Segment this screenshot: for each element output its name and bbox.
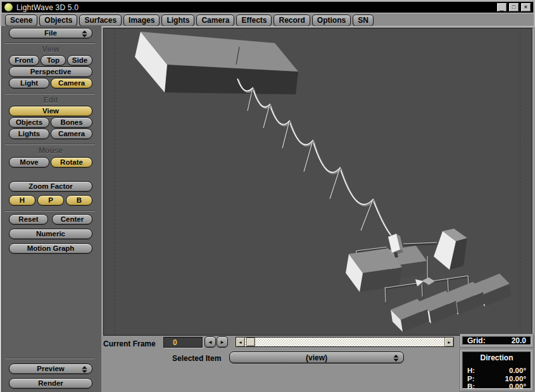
tab-camera[interactable]: Camera (196, 15, 234, 27)
heading-button[interactable]: H (9, 195, 35, 206)
bottom-controls: Current Frame 0 ◄ ► ◄ ► Selected Item (v… (101, 336, 535, 392)
tall-box-object (434, 229, 467, 270)
titlebar[interactable]: LightWave 3D 5.0 ▁ □ × (2, 2, 533, 13)
left-arrow-icon: ◄ (208, 339, 213, 345)
edit-view-button[interactable]: View (9, 106, 92, 117)
left-arrow-icon: ◄ (238, 340, 242, 345)
mouse-section-label: Mouse (0, 146, 101, 155)
tab-lights[interactable]: Lights (161, 15, 194, 27)
tab-scene[interactable]: Scene (5, 15, 37, 27)
divider (5, 358, 95, 359)
tab-effects[interactable]: Effects (236, 15, 272, 27)
bank-button[interactable]: B (66, 195, 92, 206)
viewport-3d-scene (104, 28, 532, 335)
direction-title: Direction (463, 352, 531, 362)
reset-button[interactable]: Reset (9, 214, 48, 225)
numeric-button[interactable]: Numeric (9, 229, 92, 239)
current-frame-input[interactable]: 0 (163, 337, 203, 348)
selected-item-label: Selected Item (172, 354, 221, 363)
mouse-rotate-button[interactable]: Rotate (51, 157, 92, 168)
lightwave-app-icon (4, 3, 13, 11)
slab-object (135, 32, 298, 94)
maximize-button[interactable]: □ (508, 3, 519, 12)
tab-options[interactable]: Options (312, 15, 351, 27)
frame-prev-button[interactable]: ◄ (205, 336, 216, 348)
edit-section-label: Edit (0, 96, 101, 104)
sidebar-edge-line (1, 26, 2, 392)
frame-next-button[interactable]: ► (217, 336, 228, 348)
slider-right-arrow[interactable]: ► (444, 338, 453, 346)
preview-dropdown[interactable]: Preview (9, 364, 92, 374)
divider (5, 42, 95, 44)
frame-slider[interactable]: ◄ ► (236, 337, 454, 347)
tab-objects[interactable]: Objects (39, 15, 77, 27)
pitch-value: 10.00° (505, 375, 526, 383)
window-title: LightWave 3D 5.0 (16, 3, 79, 12)
tool-sidebar: File View Front Top Side Perspective Lig… (0, 26, 101, 392)
edit-lights-button[interactable]: Lights (9, 129, 49, 139)
center-button[interactable]: Center (52, 214, 92, 225)
edit-bones-button[interactable]: Bones (51, 117, 92, 128)
menu-tabbar: Scene Objects Surfaces Images Lights Cam… (1, 13, 534, 26)
view-perspective-button[interactable]: Perspective (9, 66, 92, 77)
bank-value: 0.00° (509, 383, 526, 391)
grid-label: Grid: (467, 336, 486, 345)
mouse-move-button[interactable]: Move (9, 157, 49, 168)
slider-left-arrow[interactable]: ◄ (236, 338, 245, 346)
edit-camera-button[interactable]: Camera (51, 129, 92, 139)
tab-record[interactable]: Record (274, 15, 310, 27)
current-frame-label: Current Frame (103, 339, 156, 348)
view-side-button[interactable]: Side (67, 55, 92, 66)
grid-panel: Grid: 20.0 (460, 334, 534, 348)
view-section-label: View (0, 45, 101, 54)
tab-sn[interactable]: SN (353, 15, 374, 27)
zoom-factor-button[interactable]: Zoom Factor (9, 181, 92, 192)
view-camera-button[interactable]: Camera (51, 78, 92, 89)
heading-value: 0.00° (509, 367, 526, 375)
keyframe-ticks (248, 88, 374, 231)
updown-arrows-icon (393, 355, 399, 362)
file-dropdown[interactable]: File (9, 28, 92, 39)
motion-graph-button[interactable]: Motion Graph (9, 243, 92, 254)
view-light-button[interactable]: Light (9, 78, 49, 89)
close-button[interactable]: × (520, 3, 531, 12)
main-area: Current Frame 0 ◄ ► ◄ ► Selected Item (v… (101, 26, 535, 392)
render-button[interactable]: Render (9, 378, 92, 389)
pitch-button[interactable]: P (37, 195, 64, 206)
divider (5, 210, 95, 212)
direction-panel: Direction H: 0.00° P: 10.00° B: 0.00° (460, 349, 534, 391)
pitch-label: P: (467, 375, 475, 383)
updown-arrows-icon (82, 366, 87, 373)
camera-viewport[interactable] (103, 28, 532, 336)
view-front-button[interactable]: Front (9, 55, 39, 66)
divider (5, 93, 95, 94)
bank-label: B: (467, 383, 475, 391)
view-top-button[interactable]: Top (41, 55, 66, 66)
selected-item-dropdown[interactable]: (view) (229, 351, 404, 364)
minimize-button[interactable]: ▁ (496, 3, 507, 12)
lightwave-window: LightWave 3D 5.0 ▁ □ × Scene Objects Sur… (0, 0, 535, 392)
updown-arrows-icon (82, 30, 87, 37)
tab-images[interactable]: Images (123, 15, 160, 27)
right-arrow-icon: ► (447, 340, 451, 345)
heading-label: H: (467, 367, 475, 375)
tab-surfaces[interactable]: Surfaces (79, 15, 122, 27)
edit-objects-button[interactable]: Objects (9, 117, 49, 128)
frame-slider-handle[interactable] (246, 338, 255, 346)
bottom-row-box-objects (391, 274, 512, 332)
grid-value: 20.0 (512, 336, 526, 345)
right-arrow-icon: ► (220, 339, 225, 345)
divider (5, 144, 95, 145)
